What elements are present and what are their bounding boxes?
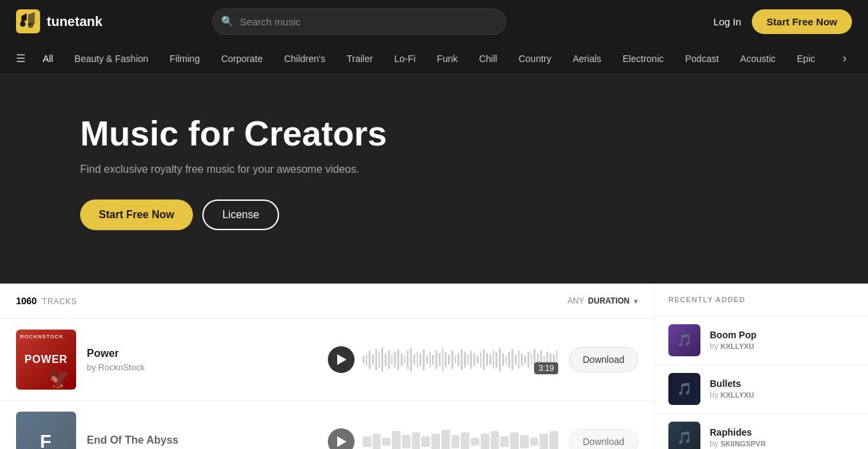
play-button-abyss[interactable] [328,428,355,449]
thumb-figure: 🦅 [47,368,71,390]
license-button[interactable]: License [202,199,279,230]
duration-chevron-icon: ▾ [634,296,638,306]
sidebar-thumb-raphides: 🎵 [668,422,700,449]
nav-item-country[interactable]: Country [509,49,561,68]
sidebar-track-artist-boom-pop: by KXLLYXU [710,342,756,351]
hero-subtitle: Find exclusive royalty free music for yo… [80,163,788,175]
sidebar-item-boom-pop[interactable]: 🎵 Boom Pop by KXLLYXU [655,316,868,365]
sidebar-track-name-raphides: Raphides [710,427,766,438]
nav-item-epic[interactable]: Epic [788,49,825,68]
main-content: 1060 TRACKS ANY DURATION ▾ ROCKNSTOCK PO… [0,284,868,449]
sidebar-thumb-boom-pop: 🎵 [668,324,700,356]
nav-item-podcast[interactable]: Podcast [676,49,728,68]
sidebar-thumb-bullets: 🎵 [668,373,700,405]
download-button-abyss[interactable]: Download [569,429,638,449]
svg-point-1 [20,21,25,27]
tracks-count: 1060 TRACKS [16,296,77,306]
header: tunetank 🔍 Log In Start Free Now [0,0,868,43]
header-right: Log In Start Free Now [713,9,852,34]
tracks-header: 1060 TRACKS ANY DURATION ▾ [0,284,654,319]
nav-item-childrens[interactable]: Children's [274,49,335,68]
nav-item-trailer[interactable]: Trailer [337,49,382,68]
track-duration-power: 3:19 [534,362,558,374]
search-bar: 🔍 [212,9,506,35]
logo-text: tunetank [47,14,102,29]
download-button-power[interactable]: Download [569,347,638,372]
nav-item-acoustic[interactable]: Acoustic [731,49,785,68]
nav-scroll-right-button[interactable]: › [837,49,852,68]
sidebar: RECENTLY ADDED 🎵 Boom Pop by KXLLYXU 🎵 B… [654,284,868,449]
track-item-abyss: F End Of The Abyss Download [0,401,654,449]
nav-item-filming[interactable]: Filming [160,49,209,68]
start-free-header-button[interactable]: Start Free Now [752,9,852,34]
nav-item-chill[interactable]: Chill [469,49,506,68]
sidebar-track-info-bullets: Bullets by KXLLYXU [710,378,754,400]
sidebar-track-artist-bullets: by KXLLYXU [710,390,754,400]
duration-any-label: ANY [568,296,584,306]
category-nav: ☰ All Beauty & Fashion Filming Corporate… [0,43,868,75]
nav-item-beauty-fashion[interactable]: Beauty & Fashion [65,49,158,68]
sidebar-item-bullets[interactable]: 🎵 Bullets by KXLLYXU [655,365,868,414]
sidebar-item-raphides[interactable]: 🎵 Raphides by SKIINGSPVR [655,414,868,449]
nav-item-aerials[interactable]: Aerials [564,49,611,68]
sidebar-track-name-bullets: Bullets [710,378,754,389]
sidebar-track-name-boom-pop: Boom Pop [710,330,756,340]
search-icon: 🔍 [221,15,234,27]
track-thumb-abyss: F [16,412,76,449]
waveform-bars-abyss [363,428,558,449]
logo-icon [16,9,40,33]
hero-title: Music for Creators [80,115,788,153]
nav-item-electronic[interactable]: Electronic [614,49,673,68]
track-name-abyss: End Of The Abyss [87,434,317,446]
sidebar-header: RECENTLY ADDED [655,284,868,316]
sidebar-track-info-boom-pop: Boom Pop by KXLLYXU [710,330,756,351]
waveform-bars-power [363,346,558,373]
thumb-abyss-title: F [40,432,53,449]
track-info-power: Power by RocknStock [87,348,317,372]
menu-icon[interactable]: ☰ [16,52,25,65]
login-button[interactable]: Log In [713,16,741,27]
waveform-power[interactable]: 3:19 [363,346,558,373]
sidebar-track-info-raphides: Raphides by SKIINGSPVR [710,427,766,448]
search-input[interactable] [212,9,506,35]
track-artist-power: by RocknStock [87,362,317,372]
tracks-number: 1060 [16,296,37,306]
track-thumb-power: ROCKNSTOCK POWER 🦅 [16,330,76,390]
start-free-hero-button[interactable]: Start Free Now [80,199,193,230]
track-player-abyss [328,428,558,449]
waveform-abyss[interactable] [363,428,558,449]
logo[interactable]: tunetank [16,9,102,33]
duration-filter[interactable]: ANY DURATION ▾ [568,296,638,306]
nav-item-lofi[interactable]: Lo-Fi [385,49,425,68]
thumb-brand-label: ROCKNSTOCK [20,334,63,340]
track-item-power: ROCKNSTOCK POWER 🦅 Power by RocknStock 3… [0,319,654,401]
track-info-abyss: End Of The Abyss [87,434,317,449]
thumb-track-title: POWER [25,354,67,365]
tracks-label: TRACKS [42,297,77,306]
nav-item-funk[interactable]: Funk [427,49,467,68]
hero-buttons: Start Free Now License [80,199,788,230]
track-player-power: 3:19 [328,346,558,373]
tracks-area: 1060 TRACKS ANY DURATION ▾ ROCKNSTOCK PO… [0,284,654,449]
sidebar-title: RECENTLY ADDED [668,296,855,304]
nav-item-all[interactable]: All [33,49,63,68]
duration-label: DURATION [588,296,630,306]
track-name-power: Power [87,348,317,360]
svg-point-2 [28,23,33,28]
sidebar-track-artist-raphides: by SKIINGSPVR [710,439,766,448]
nav-item-corporate[interactable]: Corporate [212,49,272,68]
play-button-power[interactable] [328,346,355,373]
hero-section: Music for Creators Find exclusive royalt… [0,75,868,284]
